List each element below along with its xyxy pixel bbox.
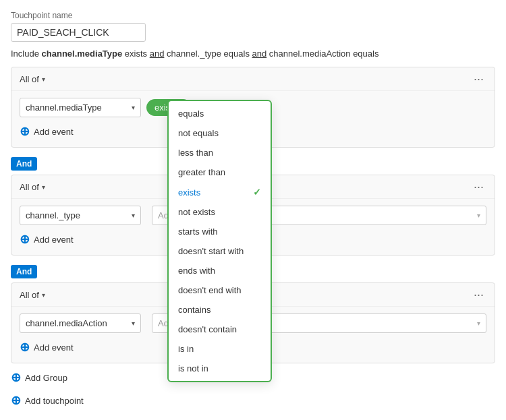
allof-label-3: All of: [20, 290, 39, 300]
dropdown-item-exists-label: exists: [178, 187, 200, 198]
dropdown-item-doesnt-contain[interactable]: doesn't contain: [169, 320, 271, 339]
dropdown-item-greater-than[interactable]: greater than: [169, 162, 271, 182]
allof-selector-2[interactable]: All of ▾: [20, 182, 45, 192]
dropdown-item-equals-label: equals: [178, 109, 204, 119]
add-event-icon-1: ⊕: [20, 125, 30, 138]
dropdown-item-is-in[interactable]: is in: [169, 339, 271, 359]
dropdown-item-doesnt-start-with-label: doesn't start with: [178, 246, 244, 256]
include-description: Include channel.mediaType exists and cha…: [11, 49, 495, 59]
dropdown-item-is-not-in[interactable]: is not in: [169, 359, 271, 378]
field-select-1[interactable]: channel.mediaType ▾: [20, 98, 141, 117]
dropdown-item-contains[interactable]: contains: [169, 300, 271, 320]
group-1-header: All of ▾ ···: [11, 67, 495, 91]
allof-label-2: All of: [20, 182, 39, 192]
touchpoint-name-input[interactable]: [11, 23, 146, 42]
dropdown-item-less-than[interactable]: less than: [169, 143, 271, 162]
and-badge-2: And: [11, 265, 37, 278]
field-chevron-3: ▾: [132, 320, 135, 327]
value-chevron-3: ▾: [477, 320, 480, 327]
add-touchpoint-icon: ⊕: [11, 394, 21, 407]
exists-check-icon: ✓: [253, 187, 261, 198]
add-group-icon: ⊕: [11, 371, 21, 384]
field-chevron-2: ▾: [132, 212, 135, 219]
add-event-label-3: Add event: [34, 342, 74, 353]
operator-dropdown: equals not equals less than greater than…: [167, 100, 272, 382]
add-event-btn-1[interactable]: ⊕ Add event: [20, 123, 74, 140]
dropdown-item-doesnt-start-with[interactable]: doesn't start with: [169, 241, 271, 261]
add-event-btn-3[interactable]: ⊕ Add event: [20, 338, 74, 356]
and-connector-1: and: [150, 49, 165, 59]
dropdown-item-is-not-in-label: is not in: [178, 363, 208, 373]
field-select-1-label: channel.mediaType: [26, 102, 102, 113]
and-badge-1: And: [11, 157, 37, 171]
add-event-icon-3: ⊕: [20, 341, 30, 353]
dropdown-item-greater-than-label: greater than: [178, 167, 225, 177]
dropdown-item-starts-with-label: starts with: [178, 227, 218, 237]
dropdown-item-exists[interactable]: exists ✓: [169, 182, 271, 202]
allof-selector-1[interactable]: All of ▾: [20, 74, 45, 84]
dropdown-item-doesnt-end-with[interactable]: doesn't end with: [169, 280, 271, 300]
field-select-2[interactable]: channel._type ▾: [20, 206, 141, 225]
dropdown-item-equals[interactable]: equals: [169, 104, 271, 123]
add-touchpoint-btn[interactable]: ⊕ Add touchpoint: [11, 392, 495, 409]
dropdown-item-less-than-label: less than: [178, 148, 213, 158]
field-select-2-label: channel._type: [26, 210, 80, 220]
add-event-label-2: Add event: [34, 235, 74, 245]
allof-label-1: All of: [20, 74, 39, 84]
allof-chevron-3: ▾: [42, 291, 45, 299]
and-connector-2: and: [252, 49, 267, 59]
group-3-more-btn[interactable]: ···: [471, 289, 486, 301]
field-select-3[interactable]: channel.mediaAction ▾: [20, 313, 141, 333]
page-container: Touchpoint name Include channel.mediaTyp…: [0, 0, 506, 420]
allof-chevron-2: ▾: [42, 183, 45, 191]
field-select-3-label: channel.mediaAction: [26, 318, 107, 328]
add-group-label: Add Group: [25, 373, 67, 383]
value-chevron-2: ▾: [477, 212, 480, 219]
add-touchpoint-label: Add touchpoint: [25, 396, 84, 406]
group-1-more-btn[interactable]: ···: [471, 73, 486, 85]
field-chevron-1: ▾: [132, 104, 135, 111]
dropdown-item-not-exists-label: not exists: [178, 207, 215, 217]
dropdown-item-doesnt-end-with-label: doesn't end with: [178, 285, 242, 295]
allof-selector-3[interactable]: All of ▾: [20, 290, 45, 300]
dropdown-item-not-equals-label: not equals: [178, 128, 219, 138]
add-event-label-1: Add event: [34, 127, 74, 137]
add-event-btn-2[interactable]: ⊕ Add event: [20, 231, 74, 248]
allof-chevron-1: ▾: [42, 76, 45, 83]
field-1-bold: channel.mediaType: [42, 49, 123, 59]
group-2-more-btn[interactable]: ···: [471, 181, 486, 193]
dropdown-item-ends-with-label: ends with: [178, 266, 215, 276]
dropdown-item-ends-with[interactable]: ends with: [169, 261, 271, 280]
add-event-icon-2: ⊕: [20, 233, 30, 245]
dropdown-item-doesnt-contain-label: doesn't contain: [178, 324, 237, 334]
dropdown-item-is-in-label: is in: [178, 344, 194, 354]
dropdown-item-not-exists[interactable]: not exists: [169, 202, 271, 222]
touchpoint-name-label: Touchpoint name: [11, 11, 495, 20]
dropdown-item-starts-with[interactable]: starts with: [169, 222, 271, 241]
dropdown-item-contains-label: contains: [178, 305, 210, 315]
dropdown-item-not-equals[interactable]: not equals: [169, 123, 271, 143]
